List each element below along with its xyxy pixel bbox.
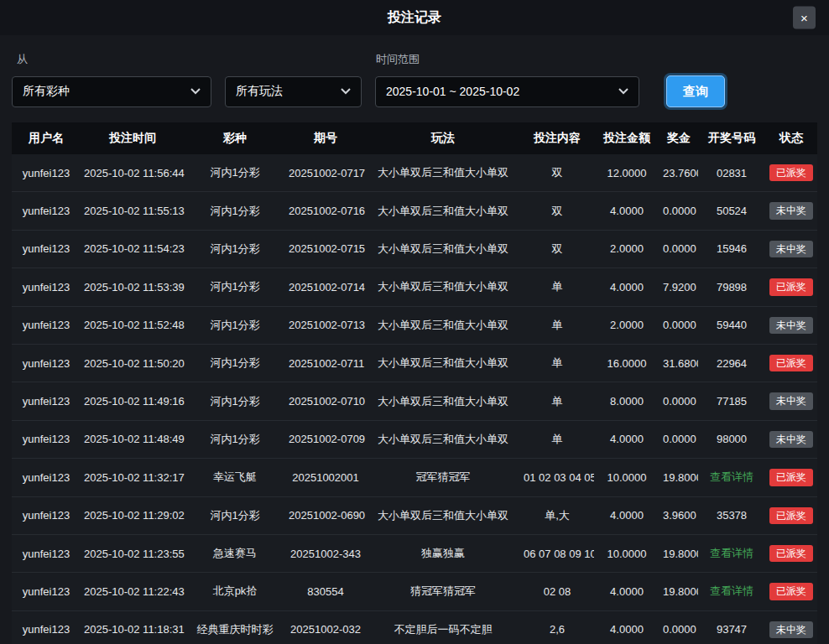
lottery-type-select[interactable]: 所有彩种 <box>12 76 211 107</box>
bet-content-cell: 单,大 <box>520 496 594 534</box>
play-method-select[interactable]: 所有玩法 <box>225 76 362 107</box>
bet-content-cell: 2,6 <box>520 610 594 644</box>
issue-number-cell: 20251002-0690 <box>285 496 366 534</box>
bet-time-cell: 2025-10-02 11:52:48 <box>81 306 185 344</box>
username-cell: yunfei123 <box>12 496 81 534</box>
bet-amount-cell: 4.0000 <box>594 192 660 230</box>
prize-cell: 0.0000 <box>660 382 698 420</box>
chevron-down-icon <box>341 88 351 95</box>
play-method-cell: 不定胆后一码不定胆 <box>366 610 520 644</box>
issue-number-cell: 20251002001 <box>285 459 366 496</box>
filter-labels: 从 时间范围 <box>12 52 817 67</box>
draw-numbers-cell: 查看详情 <box>698 534 765 572</box>
from-label: 从 <box>17 52 376 67</box>
col-draw-numbers: 开奖号码 <box>698 122 765 154</box>
prize-cell: 31.6800 <box>660 344 698 382</box>
close-button[interactable]: × <box>793 7 816 29</box>
table-row: yunfei1232025-10-02 11:50:20河内1分彩2025100… <box>12 344 817 382</box>
issue-number-cell: 20251002-0717 <box>285 154 366 192</box>
bet-records-table: 用户名 投注时间 彩种 期号 玩法 投注内容 投注金额 奖金 开奖号码 状态 y… <box>12 122 817 644</box>
play-method-cell: 大小单双后三和值大小单双 <box>366 154 520 192</box>
bet-amount-cell: 2.0000 <box>594 230 660 267</box>
col-play-method: 玩法 <box>366 122 520 154</box>
status-badge: 已派奖 <box>769 469 813 486</box>
table-row: yunfei1232025-10-02 11:23:55急速赛马20251002… <box>12 534 817 572</box>
lottery-type-cell: 北京pk拾 <box>185 573 285 610</box>
issue-number-cell: 20251002-0710 <box>285 382 366 420</box>
play-method-cell: 大小单双后三和值大小单双 <box>366 192 520 230</box>
bet-content-cell: 单 <box>520 420 594 458</box>
bet-content-cell: 单 <box>520 268 594 306</box>
col-prize: 奖金 <box>660 122 698 154</box>
col-bet-amount: 投注金额 <box>594 122 660 154</box>
bet-amount-cell: 12.0000 <box>594 154 660 192</box>
bet-content-cell: 双 <box>520 192 594 230</box>
chevron-down-icon <box>618 88 628 95</box>
username-cell: yunfei123 <box>12 459 81 496</box>
view-details-link[interactable]: 查看详情 <box>710 470 753 483</box>
status-cell: 已派奖 <box>765 534 817 572</box>
username-cell: yunfei123 <box>12 382 81 420</box>
bet-time-cell: 2025-10-02 11:53:39 <box>81 268 185 306</box>
play-method-cell: 猜冠军猜冠军 <box>366 573 520 610</box>
issue-number-cell: 20251002-0711 <box>285 344 366 382</box>
status-cell: 已派奖 <box>765 268 817 306</box>
bet-time-cell: 2025-10-02 11:22:43 <box>81 573 185 610</box>
prize-cell: 19.8000 <box>660 573 698 610</box>
play-method-select-value: 所有玩法 <box>236 84 283 99</box>
bet-amount-cell: 2.0000 <box>594 306 660 344</box>
filter-controls: 所有彩种 所有玩法 2025-10-01 ~ 2025-10-02 查询 <box>12 75 817 107</box>
status-cell: 已派奖 <box>765 344 817 382</box>
lottery-type-cell: 河内1分彩 <box>185 192 285 230</box>
username-cell: yunfei123 <box>12 230 81 267</box>
bet-content-cell: 单 <box>520 306 594 344</box>
bet-time-cell: 2025-10-02 11:54:23 <box>81 230 185 267</box>
bet-time-cell: 2025-10-02 11:29:02 <box>81 496 185 534</box>
bet-time-cell: 2025-10-02 11:32:17 <box>81 459 185 496</box>
status-badge: 未中奖 <box>769 621 813 638</box>
prize-cell: 19.8000 <box>660 534 698 572</box>
table-header: 用户名 投注时间 彩种 期号 玩法 投注内容 投注金额 奖金 开奖号码 状态 <box>12 122 817 154</box>
prize-cell: 0.0000 <box>660 192 698 230</box>
view-details-link[interactable]: 查看详情 <box>710 547 753 559</box>
col-bet-time: 投注时间 <box>81 122 185 154</box>
username-cell: yunfei123 <box>12 192 81 230</box>
bet-content-cell: 06 07 08 09 10 <box>520 534 594 572</box>
status-cell: 未中奖 <box>765 230 817 267</box>
table-row: yunfei1232025-10-02 11:29:02河内1分彩2025100… <box>12 496 817 534</box>
view-details-link[interactable]: 查看详情 <box>710 584 753 597</box>
table-row: yunfei1232025-10-02 11:52:48河内1分彩2025100… <box>12 306 817 344</box>
status-badge: 未中奖 <box>769 202 813 219</box>
prize-cell: 3.9600 <box>660 496 698 534</box>
issue-number-cell: 20251002-0713 <box>285 306 366 344</box>
table-row: yunfei1232025-10-02 11:53:39河内1分彩2025100… <box>12 268 817 306</box>
bet-amount-cell: 8.0000 <box>594 382 660 420</box>
issue-number-cell: 20251002-0715 <box>285 230 366 267</box>
status-badge: 未中奖 <box>769 431 813 448</box>
col-lottery-type: 彩种 <box>185 122 285 154</box>
lottery-type-cell: 经典重庆时时彩 <box>185 610 285 644</box>
bet-time-cell: 2025-10-02 11:56:44 <box>81 154 185 192</box>
bet-time-cell: 2025-10-02 11:18:31 <box>81 610 185 644</box>
status-badge: 已派奖 <box>769 164 813 181</box>
prize-cell: 23.7600 <box>660 154 698 192</box>
username-cell: yunfei123 <box>12 344 81 382</box>
date-range-select-value: 2025-10-01 ~ 2025-10-02 <box>386 85 519 98</box>
username-cell: yunfei123 <box>12 534 81 572</box>
bet-amount-cell: 16.0000 <box>594 344 660 382</box>
records-table-body: yunfei1232025-10-02 11:56:44河内1分彩2025100… <box>12 154 817 644</box>
issue-number-cell: 20251002-0716 <box>285 192 366 230</box>
lottery-type-cell: 河内1分彩 <box>185 420 285 458</box>
table-row: yunfei1232025-10-02 11:48:49河内1分彩2025100… <box>12 420 817 458</box>
status-badge: 未中奖 <box>769 392 813 409</box>
prize-cell: 19.8000 <box>660 459 698 496</box>
filter-bar: 从 时间范围 所有彩种 所有玩法 2025-10-01 ~ 2025-10-02 <box>0 35 829 122</box>
date-range-select[interactable]: 2025-10-01 ~ 2025-10-02 <box>375 76 639 107</box>
query-button[interactable]: 查询 <box>666 75 725 107</box>
table-row: yunfei1232025-10-02 11:55:13河内1分彩2025100… <box>12 192 817 230</box>
draw-numbers-cell: 02831 <box>698 154 765 192</box>
time-range-label: 时间范围 <box>376 52 420 67</box>
issue-number-cell: 20251002-0709 <box>285 420 366 458</box>
draw-numbers-cell: 77185 <box>698 382 765 420</box>
bet-amount-cell: 4.0000 <box>594 268 660 306</box>
